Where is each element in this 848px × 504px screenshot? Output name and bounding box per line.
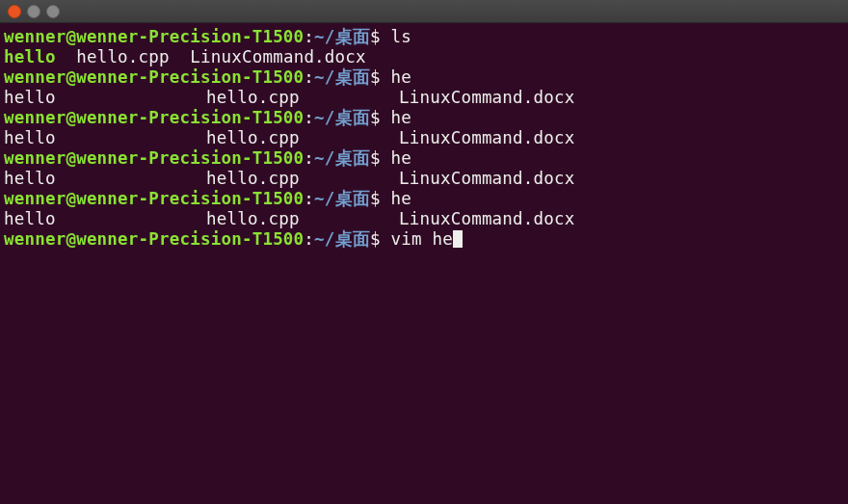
terminal-line: hello hello.cpp LinuxCommand.docx bbox=[4, 47, 844, 67]
prompt-colon: : bbox=[304, 148, 314, 168]
prompt-dollar: $ bbox=[370, 189, 390, 208]
prompt-colon: : bbox=[304, 189, 314, 208]
prompt-colon: : bbox=[304, 108, 314, 127]
prompt-dollar: $ bbox=[370, 229, 390, 249]
file-executable: hello bbox=[4, 47, 56, 66]
prompt-user-host: wenner@wenner-Precision-T1500 bbox=[4, 189, 304, 208]
prompt-path: ~/桌面 bbox=[314, 108, 370, 127]
file-name: LinuxCommand.docx bbox=[399, 209, 575, 229]
prompt-path: ~/桌面 bbox=[314, 229, 370, 249]
file-name: LinuxCommand.docx bbox=[190, 47, 366, 66]
prompt-colon: : bbox=[304, 229, 314, 249]
file-name: hello bbox=[4, 169, 206, 189]
terminal-line: hellohello.cppLinuxCommand.docx bbox=[4, 209, 844, 229]
prompt-colon: : bbox=[304, 67, 314, 87]
command-text: ls bbox=[390, 27, 411, 46]
close-icon[interactable] bbox=[8, 5, 21, 18]
prompt-dollar: $ bbox=[370, 27, 390, 46]
terminal-line: hellohello.cppLinuxCommand.docx bbox=[4, 169, 844, 189]
terminal-line: wenner@wenner-Precision-T1500:~/桌面$ ls bbox=[4, 27, 844, 47]
file-name: hello.cpp bbox=[206, 128, 399, 148]
file-name: hello.cpp bbox=[206, 88, 399, 108]
terminal-window: wenner@wenner-Precision-T1500:~/桌面$ lshe… bbox=[0, 0, 848, 504]
command-text: he bbox=[390, 67, 411, 87]
file-name: LinuxCommand.docx bbox=[399, 88, 575, 108]
file-name: hello.cpp bbox=[206, 209, 399, 229]
terminal-line: wenner@wenner-Precision-T1500:~/桌面$ he bbox=[4, 67, 844, 88]
file-name: hello bbox=[4, 88, 206, 108]
cursor bbox=[453, 230, 463, 248]
prompt-colon: : bbox=[304, 27, 314, 46]
command-text: he bbox=[390, 108, 411, 127]
terminal-line: wenner@wenner-Precision-T1500:~/桌面$ he bbox=[4, 148, 844, 169]
prompt-path: ~/桌面 bbox=[314, 27, 370, 46]
file-name: hello.cpp bbox=[206, 169, 399, 189]
terminal-area[interactable]: wenner@wenner-Precision-T1500:~/桌面$ lshe… bbox=[0, 23, 848, 504]
command-text: vim he bbox=[390, 229, 452, 249]
file-name: hello bbox=[4, 128, 206, 148]
file-name: hello.cpp bbox=[76, 47, 170, 66]
file-name: hello bbox=[4, 209, 206, 229]
minimize-icon[interactable] bbox=[27, 5, 40, 18]
file-name: LinuxCommand.docx bbox=[399, 128, 575, 148]
terminal-line: wenner@wenner-Precision-T1500:~/桌面$ he bbox=[4, 108, 844, 128]
file-name: LinuxCommand.docx bbox=[399, 169, 575, 189]
prompt-path: ~/桌面 bbox=[314, 67, 370, 87]
prompt-dollar: $ bbox=[370, 67, 390, 87]
command-text: he bbox=[390, 148, 411, 168]
maximize-icon[interactable] bbox=[46, 5, 60, 18]
terminal-line: hellohello.cppLinuxCommand.docx bbox=[4, 88, 844, 108]
titlebar bbox=[0, 0, 848, 23]
terminal-line: wenner@wenner-Precision-T1500:~/桌面$ vim … bbox=[4, 229, 844, 250]
prompt-dollar: $ bbox=[370, 108, 390, 127]
prompt-path: ~/桌面 bbox=[314, 148, 370, 168]
prompt-user-host: wenner@wenner-Precision-T1500 bbox=[4, 108, 304, 127]
prompt-user-host: wenner@wenner-Precision-T1500 bbox=[4, 148, 304, 168]
terminal-line: hellohello.cppLinuxCommand.docx bbox=[4, 128, 844, 148]
terminal-line: wenner@wenner-Precision-T1500:~/桌面$ he bbox=[4, 189, 844, 209]
prompt-path: ~/桌面 bbox=[314, 189, 370, 208]
prompt-user-host: wenner@wenner-Precision-T1500 bbox=[4, 67, 304, 87]
prompt-user-host: wenner@wenner-Precision-T1500 bbox=[4, 27, 304, 46]
prompt-user-host: wenner@wenner-Precision-T1500 bbox=[4, 229, 304, 249]
prompt-dollar: $ bbox=[370, 148, 390, 168]
command-text: he bbox=[390, 189, 411, 208]
